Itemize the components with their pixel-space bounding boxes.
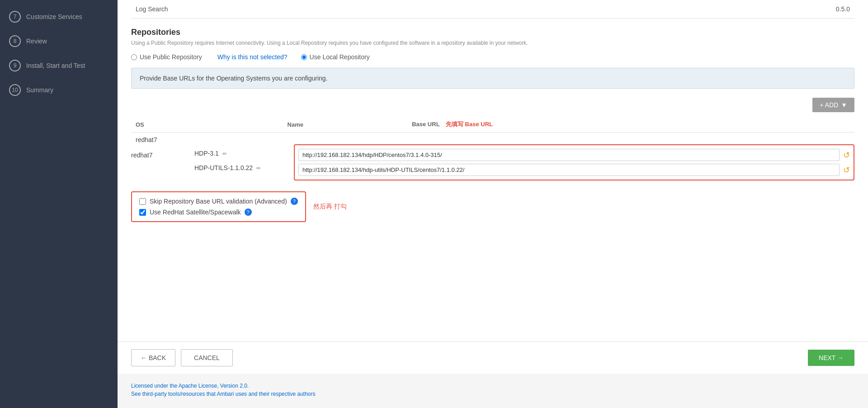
add-button[interactable]: + ADD ▼ [812,98,854,112]
footer-bar: ← BACK CANCEL NEXT → [118,342,868,374]
cancel-button-label: CANCEL [194,354,220,361]
info-box: Provide Base URLs for the Operating Syst… [131,68,854,89]
step-num-9: 9 [9,60,21,71]
names-column: HDP-3.1 ✏ HDP-UTILS-1.1.0.22 ✏ [194,142,294,180]
use-redhat-checkbox[interactable] [139,209,146,216]
col-base-url-header: Base URL 先填写 Base URL [407,117,854,133]
refresh1-icon[interactable]: ↺ [843,150,850,160]
name1-label: HDP-3.1 [194,150,219,157]
third-party-link[interactable]: See third-party tools/resources that Amb… [131,391,854,397]
log-search-version: 0.5.0 [836,5,854,13]
use-redhat-row: Use RedHat Satellite/Spacewalk ? [139,209,298,216]
sidebar-item-customize-services[interactable]: 7 Customize Services [0,5,118,29]
why-not-selected-link[interactable]: Why is this not selected? [217,53,288,61]
skip-validation-label: Skip Repository Base URL validation (Adv… [150,198,287,205]
sidebar-item-summary[interactable]: 10 Summary [0,78,118,102]
url-inputs-box: ↺ ↺ [294,144,854,180]
sidebar-item-label: Install, Start and Test [26,62,85,69]
cancel-button[interactable]: CANCEL [181,349,233,366]
log-search-label: Log Search [131,5,836,13]
log-search-row: Log Search 0.5.0 [131,0,854,19]
url1-input[interactable] [298,149,840,161]
urls-column: ↺ ↺ [294,142,854,180]
repository-type-group: Use Public Repository Why is this not se… [131,53,854,61]
main-content: Log Search 0.5.0 Repositories Using a Pu… [118,0,868,342]
checkboxes-box: Skip Repository Base URL validation (Adv… [131,191,306,222]
edit-name2-icon[interactable]: ✏ [256,165,261,171]
base-url-annotation: 先填写 Base URL [446,121,493,128]
skip-validation-help-icon[interactable]: ? [291,198,298,205]
sidebar-item-install[interactable]: 9 Install, Start and Test [0,53,118,78]
repositories-desc: Using a Public Repository requires Inter… [131,40,854,46]
col-name-header: Name [283,117,408,133]
license-link[interactable]: Licensed under the Apache License, Versi… [131,383,854,389]
sidebar-item-label: Summary [26,86,53,94]
step-num-10: 10 [9,84,21,96]
use-local-radio[interactable] [301,54,307,60]
main-panel: Log Search 0.5.0 Repositories Using a Pu… [118,0,868,408]
use-local-option[interactable]: Use Local Repository [301,53,370,61]
checkboxes-row: Skip Repository Base URL validation (Adv… [131,191,854,222]
back-button[interactable]: ← BACK [131,349,175,366]
skip-validation-checkbox[interactable] [139,198,146,205]
url2-input[interactable] [298,164,840,176]
sidebar-item-label: Review [26,38,47,45]
footer-left-buttons: ← BACK CANCEL [131,349,233,366]
name2-row: HDP-UTILS-1.1.0.22 ✏ [194,161,294,175]
step-num-8: 8 [9,35,21,47]
use-public-radio[interactable] [131,54,137,60]
sidebar-item-review[interactable]: 8 Review [0,29,118,53]
table-header-row: OS Name Base URL 先填写 Base URL [131,117,854,133]
checkboxes-section: Skip Repository Base URL validation (Adv… [131,191,854,222]
name2-label: HDP-UTILS-1.1.0.22 [194,164,253,171]
info-box-text: Provide Base URLs for the Operating Syst… [140,75,328,82]
refresh2-icon[interactable]: ↺ [843,165,850,175]
url2-row: ↺ [298,164,850,176]
use-public-label: Use Public Repository [140,53,202,61]
page-footer: Licensed under the Apache License, Versi… [118,374,868,408]
base-url-col-label: Base URL [412,121,439,128]
dropdown-arrow-icon: ▼ [841,101,847,109]
step-num-7: 7 [9,11,21,23]
use-local-label: Use Local Repository [310,53,370,61]
next-button-label: NEXT → [819,354,844,361]
sidebar-item-label: Customize Services [26,13,82,20]
next-button[interactable]: NEXT → [808,350,854,366]
use-public-option[interactable]: Use Public Repository [131,53,202,61]
skip-validation-row: Skip Repository Base URL validation (Adv… [139,198,298,205]
add-btn-row: + ADD ▼ [131,98,854,112]
back-button-label: ← BACK [141,354,166,361]
sidebar: 7 Customize Services 8 Review 9 Install,… [0,0,118,408]
annotation-text: 然后再 打勾 [313,203,347,211]
col-os-header: OS [131,117,283,133]
edit-name1-icon[interactable]: ✏ [222,151,227,157]
os-column: redhat7 [131,142,194,180]
os-value: redhat7 [131,152,152,159]
repo-data-section: redhat7 HDP-3.1 ✏ HDP-UTILS-1.1.0.22 ✏ [131,142,854,180]
url1-row: ↺ [298,149,850,161]
repositories-title: Repositories [131,28,854,37]
add-button-label: + ADD [820,101,838,109]
use-redhat-label: Use RedHat Satellite/Spacewalk [150,209,241,216]
name1-row: HDP-3.1 ✏ [194,146,294,161]
use-redhat-help-icon[interactable]: ? [245,209,252,216]
